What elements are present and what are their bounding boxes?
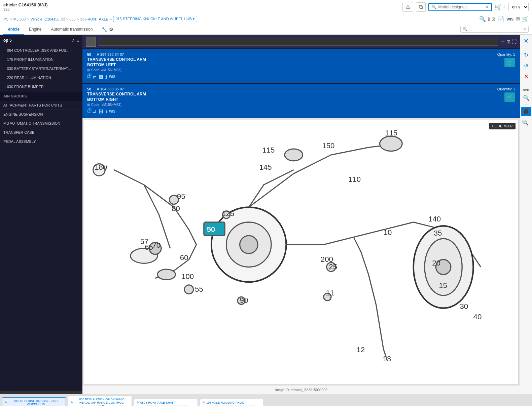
warning-icon-btn[interactable]: ⚠ [402,2,413,12]
close-panel-btn[interactable]: ✕ [521,36,531,46]
email-btn[interactable]: ✉ [516,16,520,22]
part-1-image-btn[interactable]: 🖼 [99,74,103,80]
vehicle-title: ehicle: C164156 (63J) [3,2,48,7]
svg-text:125: 125 [222,209,234,218]
header-left: ehicle: C164156 (63J) 350 [3,2,48,11]
part-2-image-btn[interactable]: 🖼 [99,109,103,114]
svg-text:115: 115 [385,129,397,137]
tab-automatic-transmission[interactable]: Automatic transmission [46,24,97,35]
breadcrumb-frontaxle[interactable]: 33 FRONT AXLE [80,17,108,21]
breadcrumb-ml350[interactable]: ML 350 [13,17,26,21]
model-search-box: 🔍 ✕ [428,3,492,11]
cycle-left-btn[interactable]: ↺ [521,61,531,70]
fullscreen-btn[interactable]: ⛶ [512,39,517,44]
breadcrumb-pc[interactable]: PC [3,17,8,21]
parts-title-bar [99,38,498,46]
sidebar-scrollbar[interactable] [0,391,82,394]
part-2-wis-btn[interactable]: WIS [109,110,115,113]
bottom-nav-item-015[interactable]: ✎ 015 STEERING KNUCKLE AND WHEEL HUB [2,397,66,406]
tab-search-icon: 🔍 [463,27,468,32]
part-1-cart-btn[interactable]: 🛒 [504,58,515,67]
bottom-nav-item-035[interactable]: ✎ 035 REGULATION OF DYNAMIC HEADLAMP RAN… [68,396,132,406]
tab-engine[interactable]: Engine [24,24,46,35]
edit-icon-015: ✎ [5,401,7,404]
breadcrumb-vehicle[interactable]: Vehicle: C164156 ⬜ [30,17,64,21]
svg-text:55: 55 [195,285,203,293]
zoom-in-btn[interactable]: 🔍 [479,16,486,22]
clear-search-icon[interactable]: ✕ [485,5,489,9]
tab-search-input[interactable] [469,27,523,32]
copy-icon-btn[interactable]: ⧉ [416,2,426,12]
part-1-info: 50 A 164 330 34 07 TRANSVERSE CONTROL AR… [87,52,146,72]
sidebar-item-064[interactable]: - 064 CONTROLLER DISK AND FUS... [0,46,82,55]
bottom-nav: ✎ 015 STEERING KNUCKLE AND WHEEL HUB ✎ 0… [0,394,532,406]
part-2-info-btn[interactable]: ℹ [105,109,107,114]
part-2-swap-btn[interactable]: ⇄ [93,109,97,114]
svg-text:90: 90 [240,296,248,304]
zoom-in-diagram-btn[interactable]: 🔍+ [521,96,531,106]
bottom-nav-item-195[interactable]: ✎ 195 AXLE HOUSING,FRONT [200,399,264,406]
svg-text:13: 13 [383,355,391,363]
sidebar-item-030a[interactable]: - 030 BATTERY,STARTER/ALTERNAT... [0,64,82,73]
tab-vehicle[interactable]: ehicle [3,24,24,35]
lang-select[interactable]: en ∨ [508,3,529,11]
parts-thumbnail [86,37,96,47]
tab-search-clear[interactable]: ✕ [523,27,526,32]
edit-icon-035: ✎ [71,401,73,404]
svg-text:35: 35 [434,229,442,237]
sidebar-item-175[interactable]: - 175 FRONT ILLUMINATION [0,55,82,64]
breadcrumb-63j[interactable]: 63J [69,17,75,21]
header: ehicle: C164156 (63J) 350 ⚠ ⧉ 🔍 ✕ 🛒+ en … [0,0,532,14]
part-1-code: ⊞ Code: -(M156+M63); [87,68,146,72]
cart-add-btn[interactable]: 🛒+ [495,3,506,11]
wrench-icon-btn[interactable]: 🔧 [101,27,107,32]
right-toolbar: ✕ ↻ ↺ ✕ SVG 🔍+ ⬛ 🔍- [520,35,532,394]
cycle-right-btn[interactable]: ↻ [521,50,531,59]
grid-icon-1: ⊞ [87,68,90,72]
model-search-input[interactable] [438,5,485,9]
part-1-wis-btn[interactable]: WIS [109,75,115,79]
part-card-1[interactable]: 50 A 164 330 34 07 TRANSVERSE CONTROL AR… [82,49,520,83]
list-view-btn[interactable]: ☰ [501,39,505,44]
zoom-out-diagram-btn[interactable]: 🔍- [521,118,531,127]
part-1-swap-btn[interactable]: ⇄ [93,74,97,80]
part-1-position: 50 [87,52,91,56]
part-2-copy-btn[interactable]: ⧉ 1 [87,109,91,114]
grid-view-btn[interactable]: ⊞ [506,39,510,44]
main-area: op 5 ∧ « - 064 CONTROLLER DISK AND FUS..… [0,35,532,394]
sidebar-item-mb-automatic[interactable]: MB AUTOMATIC TRANSMISSION [0,119,82,128]
svg-btn[interactable]: SVG [521,85,531,95]
wis-btn[interactable]: WIS [506,16,513,22]
code-badge: CODE M007 [489,123,516,129]
part-1-copy-btn[interactable]: ⧉ 1 [87,74,91,80]
part-2-cart-btn[interactable]: 🛒 [504,92,515,102]
info-btn[interactable]: ℹ [488,16,490,22]
cart-btn[interactable]: 🛒 [522,16,529,22]
part-card-2[interactable]: 50 A 164 330 35 07 TRANSVERSE CONTROL AR… [82,84,520,118]
part-1-code-text: Code: -(M156+M63); [91,68,122,72]
filter-btn[interactable]: ⧖ [492,16,496,22]
sidebar-collapse-btn[interactable]: ∧ [72,38,75,43]
sidebar-item-220[interactable]: - 220 REAR ILLUMINATION [0,73,82,82]
close-diagram-btn[interactable]: ✕ [521,72,531,81]
svg-text:30: 30 [460,302,468,311]
highlight-btn[interactable]: ⬛ [521,107,531,116]
sidebar-item-transfer-case[interactable]: TRANSFER CASE [0,128,82,137]
svg-text:11: 11 [326,289,334,297]
sidebar-item-pedal-assembly[interactable]: PEDAL ASSEMBLY [0,137,82,146]
breadcrumb-current[interactable]: 015 STEERING KNUCKLE AND WHEEL HUB ▾ [113,16,197,22]
header-right: ⚠ ⧉ 🔍 ✕ 🛒+ en ∨ [402,2,529,12]
bottom-nav-text-035: 035 REGULATION OF DYNAMIC HEADLAMP RANGE… [74,398,129,406]
doc-btn[interactable]: 📄 [498,16,504,22]
svg-text:10: 10 [384,228,392,237]
diagram-container: CODE M007 [82,118,520,394]
part-1-info-btn[interactable]: ℹ [105,74,107,80]
sidebar-item-030b[interactable]: - 030 FRONT BUMPER [0,82,82,91]
svg-text:50: 50 [207,225,215,234]
sidebar-item-attachment[interactable]: ATTACHMENT PARTS FOR UNITS [0,101,82,110]
sidebar-item-engine-suspension[interactable]: ENGINE SUSPENSION [0,110,82,119]
bottom-nav-label-035: ✎ 035 REGULATION OF DYNAMIC HEADLAMP RAN… [69,397,131,406]
bottom-nav-item-080[interactable]: ✎ 080 FRONT AXLE SHAFT [134,399,198,406]
sidebar-close-btn[interactable]: « [76,38,79,43]
gear-icon-btn[interactable]: ⚙ [109,27,113,32]
